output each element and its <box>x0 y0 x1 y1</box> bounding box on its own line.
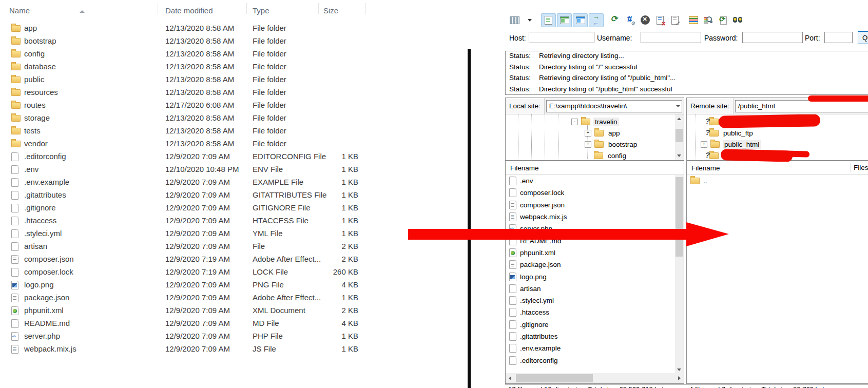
filesize-column-header[interactable]: Filesize <box>854 164 868 171</box>
tree-item[interactable]: config <box>506 150 684 161</box>
scroll-down-icon[interactable] <box>677 368 681 371</box>
file-list-item[interactable]: .env <box>506 175 684 187</box>
file-list-item[interactable]: .gitignore <box>506 319 684 331</box>
tree-expander[interactable]: + <box>701 141 707 148</box>
file-row[interactable]: logo.png 12/9/2020 7:09 AM PNG File 4 KB <box>0 279 395 292</box>
scrollbar-thumb[interactable] <box>676 129 683 142</box>
scroll-right-icon[interactable] <box>678 376 681 380</box>
username-input[interactable] <box>641 32 701 43</box>
menu-view[interactable] <box>525 5 534 7</box>
column-divider[interactable] <box>158 3 158 14</box>
file-row[interactable]: composer.lock 12/9/2020 7:19 AM LOCK Fil… <box>0 266 395 279</box>
file-list-item[interactable]: .. <box>687 175 868 187</box>
file-row[interactable]: tests 12/13/2020 8:58 AM File folder <box>0 125 395 138</box>
file-list-item[interactable]: .gitattributes <box>506 331 684 342</box>
filename-column-header[interactable]: Filename <box>687 164 720 172</box>
file-row[interactable]: .env 12/10/2020 10:48 PM ENV File 1 KB <box>0 163 395 176</box>
tree-item[interactable] <box>687 116 868 127</box>
file-row[interactable]: phpunit.xml 12/9/2020 7:09 AM XML Docume… <box>0 304 395 317</box>
file-row[interactable]: app 12/13/2020 8:58 AM File folder <box>0 22 395 35</box>
file-row[interactable]: composer.json 12/9/2020 7:19 AM Adobe Af… <box>0 253 395 266</box>
scroll-down-icon[interactable] <box>677 154 681 157</box>
quickconnect-button[interactable]: Quickconnect <box>858 31 868 44</box>
toggle-local-tree-button[interactable] <box>557 13 572 27</box>
column-divider[interactable] <box>365 3 366 14</box>
menu-help[interactable] <box>562 5 571 7</box>
file-row[interactable]: package.json 12/9/2020 7:09 AM Adobe Aft… <box>0 292 395 304</box>
synchronized-browsing-button[interactable] <box>716 14 730 27</box>
file-row[interactable]: config 12/13/2020 8:58 AM File folder <box>0 48 395 61</box>
tree-expander[interactable]: - <box>571 119 578 125</box>
column-divider[interactable] <box>851 163 851 172</box>
toggle-message-log-button[interactable] <box>541 13 556 27</box>
file-list-item[interactable]: .editorconfig <box>506 354 684 366</box>
host-input[interactable] <box>529 32 594 43</box>
file-row[interactable]: server.php 12/9/2020 7:09 AM PHP File 1 … <box>0 330 395 343</box>
tree-expander[interactable]: + <box>585 141 591 148</box>
remote-directory-tree[interactable]: public_ftp + public_html <box>687 114 868 162</box>
file-row[interactable]: webpack.mix.js 12/9/2020 7:09 AM JS File… <box>0 343 395 356</box>
menu-file[interactable] <box>506 5 515 7</box>
port-input[interactable] <box>824 32 853 43</box>
file-row[interactable]: .editorconfig 12/9/2020 7:09 AM EDITORCO… <box>0 150 395 163</box>
tree-item[interactable]: public_ftp <box>687 127 868 139</box>
scrollbar-thumb[interactable] <box>676 177 683 257</box>
file-row[interactable]: .gitattributes 12/9/2020 7:09 AM GITATTR… <box>0 189 395 202</box>
file-row[interactable]: .gitignore 12/9/2020 7:09 AM GITIGNORE F… <box>0 202 395 215</box>
password-input[interactable] <box>742 32 803 43</box>
file-row[interactable]: artisan 12/9/2020 7:09 AM File 2 KB <box>0 240 395 253</box>
refresh-button[interactable] <box>608 14 622 27</box>
directory-comparison-button[interactable] <box>686 14 700 27</box>
file-row[interactable]: routes 12/17/2020 6:08 AM File folder <box>0 99 395 112</box>
local-site-combobox[interactable]: E:\xampp\htdocs\travelin\ <box>546 100 682 112</box>
toggle-transfer-queue-button[interactable] <box>589 13 604 27</box>
file-row[interactable]: storage 12/13/2020 8:58 AM File folder <box>0 112 395 125</box>
file-row[interactable]: README.md 12/9/2020 7:09 AM MD File 4 KB <box>0 317 395 330</box>
column-header-name[interactable]: Name <box>9 6 30 15</box>
file-list-item[interactable]: artisan <box>506 283 684 295</box>
toggle-remote-tree-button[interactable] <box>573 13 588 27</box>
disconnect-button[interactable] <box>653 14 667 27</box>
file-list-item[interactable]: composer.json <box>506 199 684 211</box>
file-list-item[interactable]: logo.png <box>506 270 684 282</box>
file-row[interactable]: public 12/13/2020 8:58 AM File folder <box>0 73 395 86</box>
site-manager-caret[interactable] <box>523 14 536 27</box>
filename-filters-button[interactable] <box>701 14 715 27</box>
column-divider[interactable] <box>318 3 319 14</box>
file-list-item[interactable]: package.json <box>506 259 684 270</box>
file-row[interactable]: .env.example 12/9/2020 7:09 AM EXAMPLE F… <box>0 176 395 189</box>
find-files-button[interactable] <box>731 14 745 27</box>
menu-transfer[interactable] <box>534 5 543 7</box>
toolbar-separator[interactable] <box>606 14 606 27</box>
menu-bookmarks[interactable] <box>552 5 562 7</box>
cancel-operation-button[interactable] <box>638 14 652 27</box>
local-list-vscrollbar[interactable] <box>675 175 684 373</box>
file-list-item[interactable]: webpack.mix.js <box>506 211 684 223</box>
tree-item[interactable]: + app <box>506 127 684 139</box>
tree-item[interactable]: + bootstrap <box>506 139 684 150</box>
column-header-date-modified[interactable]: Date modified <box>165 6 213 15</box>
file-row[interactable]: vendor 12/13/2020 8:58 AM File folder <box>0 138 395 150</box>
file-row[interactable]: .styleci.yml 12/9/2020 7:09 AM YML File … <box>0 227 395 240</box>
file-row[interactable]: bootstrap 12/13/2020 8:58 AM File folder <box>0 35 395 48</box>
toolbar-separator[interactable] <box>684 14 684 27</box>
tree-expander[interactable]: + <box>585 130 591 137</box>
file-list-item[interactable]: .htaccess <box>506 306 684 318</box>
file-list-item[interactable]: .env.example <box>506 342 684 354</box>
file-row[interactable]: database 12/13/2020 8:58 AM File folder <box>0 61 395 73</box>
column-header-type[interactable]: Type <box>253 6 269 15</box>
local-tree-scrollbar[interactable] <box>675 114 684 160</box>
file-row[interactable]: .htaccess 12/9/2020 7:09 AM HTACCESS Fil… <box>0 215 395 227</box>
reconnect-button[interactable] <box>668 14 682 27</box>
site-manager-button[interactable] <box>508 14 522 27</box>
tree-item[interactable]: + public_html <box>687 139 868 150</box>
column-header-size[interactable]: Size <box>323 6 338 15</box>
chevron-down-icon[interactable] <box>674 105 682 107</box>
local-directory-tree[interactable]: - travelin + app + bootstrap config <box>506 114 684 162</box>
tree-item[interactable] <box>687 150 868 161</box>
filename-column-header[interactable]: Filename <box>506 164 539 172</box>
local-file-list[interactable]: .env composer.lock composer.json webpack… <box>506 175 684 366</box>
scroll-left-icon[interactable] <box>509 376 511 380</box>
column-divider[interactable] <box>246 3 247 14</box>
toolbar-separator[interactable] <box>538 14 539 27</box>
